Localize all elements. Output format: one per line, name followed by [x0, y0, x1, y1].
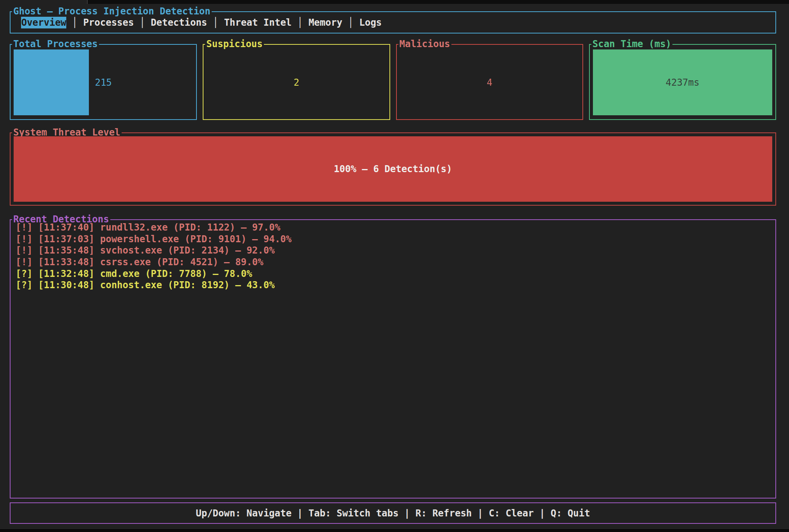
tab-separator: │: [292, 17, 308, 28]
window-chrome-top-edge: [87, 0, 789, 4]
tab-overview[interactable]: Overview: [21, 17, 66, 28]
keybind-help-text: Up/Down: Navigate | Tab: Switch tabs | R…: [196, 508, 590, 519]
stat-scan-time: Scan Time (ms) 4237ms: [589, 44, 776, 120]
threat-level-panel: System Threat Level 100% — 6 Detection(s…: [10, 132, 776, 206]
stat-value: 4: [400, 49, 579, 115]
tab-processes[interactable]: Processes: [83, 17, 134, 28]
tab-detections[interactable]: Detections: [151, 17, 207, 28]
detection-row[interactable]: [!] [11:35:48] svchost.exe (PID: 2134) —…: [16, 245, 771, 257]
malicious-gauge: 4: [400, 49, 579, 115]
recent-detections-panel: Recent Detections [!] [11:37:40] rundll3…: [10, 219, 776, 499]
threat-level-gauge: 100% — 6 Detection(s): [14, 136, 772, 202]
stat-value: 2: [207, 49, 386, 115]
threat-gauge-label: 100% — 6 Detection(s): [14, 136, 772, 202]
scan-time-gauge: 4237ms: [593, 49, 772, 115]
detection-row[interactable]: [?] [11:32:48] cmd.exe (PID: 7788) — 78.…: [16, 268, 771, 280]
stat-title: Scan Time (ms): [591, 39, 672, 49]
detections-list: [!] [11:37:40] rundll32.exe (PID: 1122) …: [16, 222, 771, 291]
stat-value: 4237ms: [593, 49, 772, 115]
stat-title: Suspicious: [205, 39, 264, 49]
stat-title: Malicious: [398, 39, 451, 49]
tab-separator: │: [342, 17, 359, 28]
tab-separator: │: [207, 17, 224, 28]
stat-total-processes: Total Processes 215: [10, 44, 197, 120]
tab-separator: │: [66, 17, 83, 28]
app-title: Ghost — Process Injection Detection: [12, 6, 212, 17]
stat-value: 215: [14, 49, 193, 115]
tab-separator: │: [134, 17, 150, 28]
window-chrome-bottom-edge: [0, 528, 789, 532]
detection-row[interactable]: [!] [11:37:40] rundll32.exe (PID: 1122) …: [16, 222, 771, 234]
tab-memory[interactable]: Memory: [308, 17, 342, 28]
header-panel: Ghost — Process Injection Detection Over…: [10, 11, 776, 33]
detection-row[interactable]: [!] [11:33:48] csrss.exe (PID: 4521) — 8…: [16, 257, 771, 268]
stat-suspicious: Suspicious 2: [203, 44, 390, 120]
status-bar: Up/Down: Navigate | Tab: Switch tabs | R…: [10, 502, 776, 524]
suspicious-gauge: 2: [207, 49, 386, 115]
stats-row: Total Processes 215 Suspicious 2 Malicio…: [10, 44, 776, 120]
total-processes-gauge: 215: [14, 49, 193, 115]
stat-title: Total Processes: [12, 39, 99, 49]
tab-threat-intel[interactable]: Threat Intel: [224, 17, 292, 28]
stat-malicious: Malicious 4: [396, 44, 583, 120]
detection-row[interactable]: [?] [11:30:48] conhost.exe (PID: 8192) —…: [16, 280, 771, 291]
tab-logs[interactable]: Logs: [359, 17, 382, 28]
detection-row[interactable]: [!] [11:37:03] powershell.exe (PID: 9101…: [16, 234, 771, 245]
